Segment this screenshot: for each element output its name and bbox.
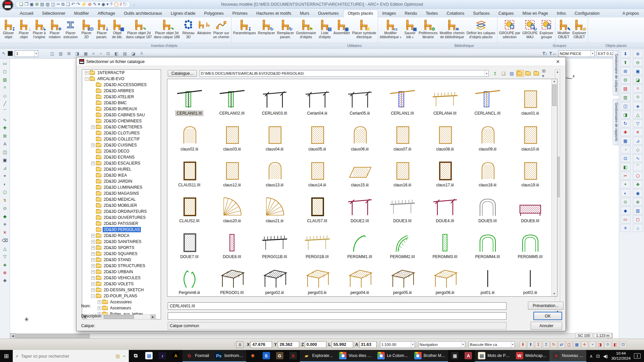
- dark-tool-app[interactable]: ▦: [448, 350, 462, 362]
- status-icon[interactable]: ✛: [581, 341, 588, 348]
- ribbon-button-placer-symbole-lectrique[interactable]: ⚡Placer symboleélectrique: [351, 18, 377, 43]
- catalog-item-doue8-iii[interactable]: DOUE8.III: [211, 223, 253, 259]
- right-tool-icon[interactable]: ◧: [621, 163, 631, 171]
- tree-expander-icon[interactable]: +: [91, 143, 95, 147]
- tree-item-2d-3d-accessoires[interactable]: 2D&3D ACCESSOIRES: [82, 82, 161, 88]
- left-tool-icon[interactable]: △: [1, 244, 9, 252]
- toolbar-icon[interactable]: ▤: [123, 51, 127, 56]
- ribbon-button-placer-2d[interactable]: 2DPlacer2D: [79, 18, 94, 43]
- catalog-item-cerlancl-iii[interactable]: CERLANCL.III: [466, 80, 509, 116]
- ribbon-button-glisser-objet[interactable]: ↧Glisserobjet: [1, 18, 16, 43]
- right-tool-icon[interactable]: ⌖: [621, 180, 631, 188]
- catalog-item-pergmm6-iii[interactable]: Pergmm6.iii: [168, 259, 211, 295]
- left-tool-icon[interactable]: ↯: [1, 196, 9, 204]
- toolbar-icon[interactable]: ◧: [114, 51, 118, 56]
- menu-tab-affichage[interactable]: Affichage: [93, 10, 119, 17]
- status-icon[interactable]: ⬇: [520, 341, 526, 348]
- catalog-item-pergo04-iii[interactable]: pergo04.iii: [338, 259, 381, 295]
- status-icon[interactable]: ◨: [597, 341, 603, 348]
- right-tool-icon[interactable]: ◈: [633, 102, 643, 110]
- right-tool-icon[interactable]: ▥: [633, 206, 643, 215]
- open-file-icon[interactable]: ❐: [24, 2, 29, 6]
- menu-tab-polygones[interactable]: Polygones: [200, 10, 228, 17]
- save-all-icon[interactable]: ⊞: [35, 2, 39, 6]
- catalogue-button[interactable]: Catalogue...: [168, 70, 197, 77]
- delta-toggle[interactable]: Δ: [236, 341, 244, 348]
- menu-tab-images[interactable]: Images: [378, 10, 400, 17]
- coord-field-l[interactable]: 55.992: [332, 341, 353, 348]
- save-icon[interactable]: ▣: [30, 2, 34, 6]
- right-tool-icon[interactable]: ⊗: [633, 198, 643, 206]
- status-icon[interactable]: ⬆: [527, 341, 534, 348]
- menu-tab-murs[interactable]: Murs: [296, 10, 314, 17]
- flame-app[interactable]: S: [260, 350, 273, 362]
- canvas-horizontal-scrollbar[interactable]: ◀ ▶: [10, 333, 613, 339]
- ribbon-button-assembler[interactable]: ▣Assembler: [332, 18, 351, 43]
- text-height-icon[interactable]: T↕: [542, 51, 547, 56]
- nom-field[interactable]: CERLAN01.III: [168, 302, 506, 310]
- tree-item-2d-3d-pergolas[interactable]: 2D&3D PERGOLAS: [82, 227, 161, 233]
- tray-chevron-icon[interactable]: ∧: [590, 354, 593, 359]
- catalog-item-pergmm2-iii[interactable]: PERGMM2.III: [381, 223, 424, 259]
- grid-scroll-up-icon[interactable]: ▲: [552, 79, 557, 84]
- tree-expander-icon[interactable]: +: [91, 246, 95, 250]
- right-tool-icon[interactable]: ⊖: [633, 58, 643, 66]
- grid-scroll-down-icon[interactable]: ▼: [552, 292, 557, 296]
- notification-badge[interactable]: 1: [634, 353, 641, 359]
- right-tool-icon[interactable]: ▥: [621, 93, 631, 101]
- copy-icon[interactable]: ⧉: [61, 2, 64, 6]
- tree-item-2d-3d-ouvertures[interactable]: 2D&3D OUVERTURES: [82, 215, 161, 221]
- status-icon[interactable]: ⟐: [604, 341, 611, 348]
- right-tool-icon[interactable]: ◐: [621, 189, 631, 197]
- right-tool-icon[interactable]: ⬡: [633, 172, 643, 180]
- right-tool-icon[interactable]: ⬆: [621, 58, 631, 66]
- webacappella-window[interactable]: WWebAcap…: [513, 350, 550, 362]
- tree-item-1nterractif[interactable]: +1NTERRACTIF: [82, 70, 161, 76]
- notes-window[interactable]: ▤Mots de P…: [475, 350, 513, 362]
- right-tool-icon[interactable]: ▦: [621, 137, 631, 145]
- catalog-item-cerlan03-iii[interactable]: CERLAN03.III: [253, 80, 296, 116]
- catalog-item-pergo01-iii[interactable]: PERGO01.III: [211, 259, 253, 295]
- catalog-item-claus06-iii[interactable]: claus06.iii: [338, 116, 381, 152]
- ai-icon[interactable]: ⫽: [120, 2, 122, 6]
- tab-gestionnaire-rapports[interactable]: Gestionnaire de rapports: [613, 99, 619, 145]
- right-tool-icon[interactable]: ⊙: [621, 198, 631, 206]
- catalog-item-claus15-iii[interactable]: claus15.iii: [338, 152, 381, 187]
- catalog-item-doue7-iii[interactable]: DOUE7.III: [168, 223, 211, 259]
- left-tool-icon[interactable]: ◈: [1, 260, 9, 268]
- cancel-button[interactable]: Annuler: [531, 322, 562, 330]
- new-folder-icon[interactable]: ❏: [500, 70, 507, 77]
- dialog-title-bar[interactable]: Sélectionner un fichier catalogue ✕: [76, 57, 566, 66]
- explorer-window[interactable]: ▰Explorate…: [300, 350, 336, 362]
- ribbon-button-placer-l-origine[interactable]: ↳Placer àl'origine: [32, 18, 47, 43]
- catalog-item-pergo05-iii[interactable]: pergo05.iii: [381, 259, 424, 295]
- catalog-item-claus20-iii[interactable]: claus20.iii: [211, 187, 253, 223]
- right-tool-icon[interactable]: ◨: [621, 111, 631, 119]
- tree-expander-icon[interactable]: +: [91, 288, 95, 292]
- catalog-item-pergmm5-iii[interactable]: PERGMM5.III: [509, 223, 551, 259]
- toolbar-icon[interactable]: ⟐: [140, 51, 143, 56]
- pencil-menu-icon[interactable]: ✎ ▾: [93, 2, 100, 6]
- catalog-item-pergo03-iii[interactable]: pergo03.iii: [296, 259, 338, 295]
- tree-expander-icon[interactable]: +: [91, 234, 95, 238]
- tree-item-2d-3d-patissier[interactable]: 2D&3D PATISSIER: [82, 221, 161, 227]
- catalog-item-doue5-iii[interactable]: DOUE5.III: [466, 187, 509, 223]
- right-tool-icon[interactable]: ▭: [621, 215, 631, 223]
- tree-item-2d-3d-collectif[interactable]: 2D&3D COLLECTIF: [82, 136, 161, 142]
- tree-item-2d-3d-cimetieres[interactable]: +2D&3D CIMETIERES: [82, 124, 161, 130]
- catalog-item-doue2-iii[interactable]: DOUE2.III: [338, 187, 381, 223]
- exit-icon[interactable]: ⎋: [123, 2, 126, 6]
- left-tool-icon[interactable]: ❖: [1, 277, 9, 285]
- photos-app[interactable]: ❋: [246, 350, 260, 362]
- audible-app[interactable]: A: [169, 350, 182, 362]
- preview-icon[interactable]: ▥: [46, 2, 50, 6]
- right-tool-icon[interactable]: ⬇: [621, 50, 631, 58]
- catalog-item-perg011b-iii[interactable]: PERG011B.III: [253, 223, 296, 259]
- tree-item-2d-3d-escaliers[interactable]: +2D&3D ESCALIERS: [82, 160, 161, 166]
- left-tool-icon[interactable]: ⬡: [1, 188, 9, 196]
- gimp-app[interactable]: G: [273, 350, 286, 362]
- menu-tab-infos[interactable]: Infos: [552, 10, 570, 17]
- ribbon-button-remplacer-param[interactable]: ↻Remplacerparam.: [276, 18, 295, 43]
- catalog-item-claus11-iii[interactable]: CLAUS11.III: [168, 152, 211, 187]
- ribbon-button-placer-objet-3d-dans-calque-188[interactable]: ↷Placer objet 3ddans calque 188: [153, 18, 181, 43]
